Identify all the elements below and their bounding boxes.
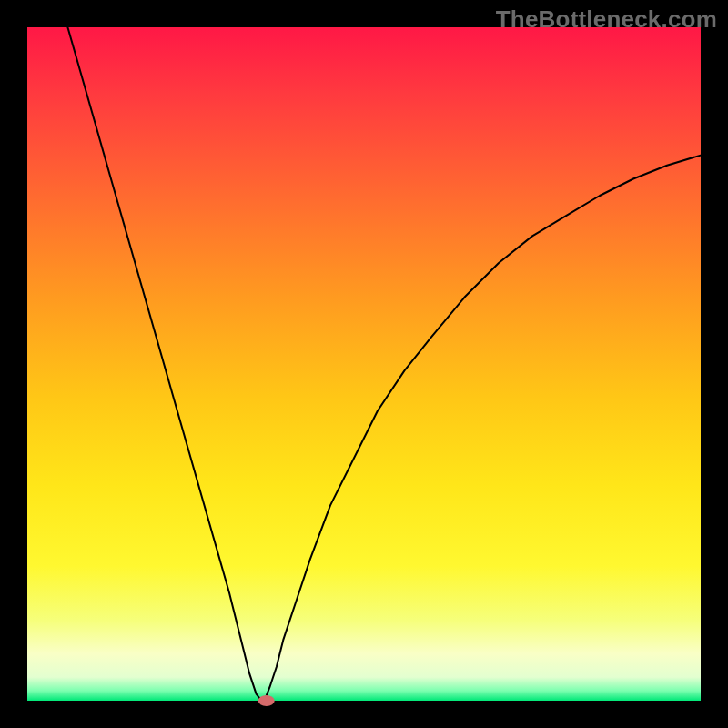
watermark-text: TheBottleneck.com xyxy=(496,5,717,34)
plot-background xyxy=(27,27,701,701)
chart-canvas xyxy=(0,0,728,728)
bottleneck-chart: TheBottleneck.com xyxy=(0,0,728,728)
optimum-marker xyxy=(258,695,275,706)
